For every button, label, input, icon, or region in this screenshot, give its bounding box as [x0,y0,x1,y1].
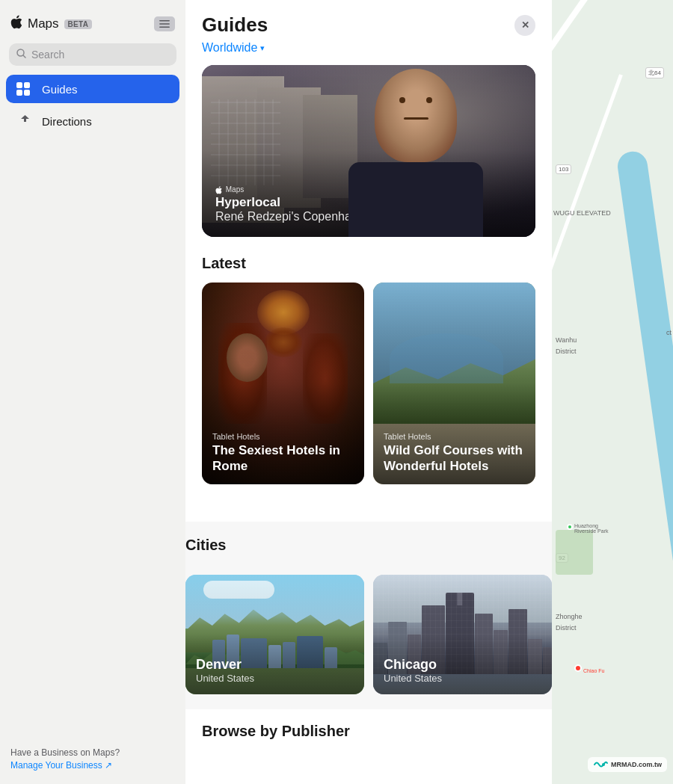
chicago-card-text: Chicago United States [384,657,442,684]
directions-nav-label: Directions [42,115,92,128]
cities-section: Cities [185,522,552,709]
sidebar: Maps BETA Search Guides [0,0,185,784]
sidebar-item-directions[interactable]: Directions [6,106,179,136]
app-name: Maps [28,16,59,31]
map-label-wanhui-2: District [556,348,577,355]
directions-icon [16,114,33,129]
rome-card-title: The Sexiest Hotels in Rome [212,442,354,475]
browse-publisher-section: Browse by Publisher [185,709,552,740]
sidebar-toggle-button[interactable] [154,16,175,31]
panel-header: Guides ✕ [185,0,552,41]
map-road-badge-64: 北64 [645,67,664,78]
map-area: 103 北64 92 WUGU ELEVATED Wanhu District … [552,0,673,784]
beta-badge: BETA [64,19,93,29]
browse-publisher-title: Browse by Publisher [202,723,535,740]
map-label-district-right: ct [666,329,672,336]
hero-card[interactable]: Maps Hyperlocal René Redzepi's Copenhage… [202,65,535,237]
denver-card-text: Denver United States [196,657,254,684]
map-label-wanhui-1: Wanhu [556,336,577,344]
map-label-zhonghe-2: District [556,624,577,632]
sidebar-footer: Have a Business on Maps? Manage Your Bus… [0,737,185,784]
sidebar-item-guides[interactable]: Guides [6,75,179,103]
close-button[interactable]: ✕ [514,15,535,36]
mrmad-watermark: MRMAD.com.tw [588,757,667,772]
latest-card-golf[interactable]: Tablet Hotels Wild Golf Courses with Won… [373,283,535,484]
business-promo-text: Have a Business on Maps? [10,747,175,758]
city-card-denver[interactable]: Denver United States [185,575,364,694]
chevron-down-icon: ▾ [260,43,265,53]
search-placeholder: Search [31,49,64,61]
sidebar-header: Maps BETA [0,9,185,40]
denver-city-country: United States [196,673,254,684]
map-pin-chiao [574,664,582,672]
latest-card-rome[interactable]: Tablet Hotels The Sexiest Hotels in Rome [202,283,364,484]
map-green-park [556,530,593,575]
guides-panel: Guides ✕ Worldwide ▾ [185,0,552,784]
apple-icon [10,15,22,33]
rome-card-source: Tablet Hotels [212,432,354,441]
cities-section-title: Cities [185,537,552,554]
map-pin-park [567,524,573,530]
map-label-wugu: WUGU ELEVATED [553,209,611,217]
rome-card-text: Tablet Hotels The Sexiest Hotels in Rome [212,432,354,475]
map-road [552,74,623,286]
guides-nav-label: Guides [42,83,78,96]
cities-cards-row: Denver United States [185,575,552,694]
map-label-zhonghe-1: Zhonghe [556,613,583,620]
latest-section-title: Latest [202,255,535,272]
svg-rect-2 [159,27,170,28]
map-label-park: HuazhongRiverside Park [574,523,609,534]
map-canvas: 103 北64 92 WUGU ELEVATED Wanhu District … [552,0,673,784]
map-road-badge-103: 103 [556,164,571,174]
svg-line-4 [23,55,25,58]
panel-title: Guides [202,13,268,37]
latest-cards-row: Tablet Hotels The Sexiest Hotels in Rome… [202,283,535,484]
search-bar[interactable]: Search [9,43,176,66]
svg-rect-0 [159,20,170,22]
denver-city-name: Denver [196,657,254,673]
city-card-chicago[interactable]: Chicago United States [373,575,552,694]
panel-content: Maps Hyperlocal René Redzepi's Copenhage… [185,65,552,507]
manage-business-link[interactable]: Manage Your Business ↗ [10,760,175,771]
search-icon [16,49,26,61]
golf-card-title: Wild Golf Courses with Wonderful Hotels [384,442,525,475]
map-river [615,149,673,598]
svg-point-5 [602,763,605,766]
mrmad-text: MRMAD.com.tw [611,761,662,768]
region-selector[interactable]: Worldwide ▾ [185,41,552,65]
golf-card-source: Tablet Hotels [384,432,525,441]
chicago-city-country: United States [384,673,442,684]
region-label: Worldwide [202,41,257,55]
guides-icon [16,82,33,96]
golf-card-text: Tablet Hotels Wild Golf Courses with Won… [384,432,525,475]
svg-rect-1 [159,23,170,25]
app-logo: Maps BETA [10,15,92,33]
map-label-chiao: Chiao Fu [583,668,604,673]
chicago-city-name: Chicago [384,657,442,673]
